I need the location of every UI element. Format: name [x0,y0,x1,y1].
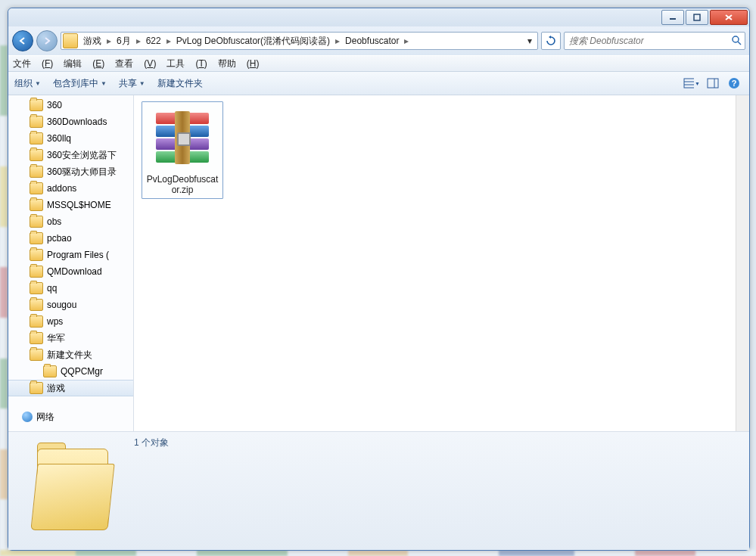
sidebar-item[interactable]: QQPCMgr [8,363,133,380]
sidebar-item[interactable]: sougou [8,297,133,313]
menu-view[interactable]: 查看(V) [115,57,156,70]
menu-tools[interactable]: 工具(T) [166,57,207,70]
network-label: 网络 [36,411,54,424]
sidebar-item-label: sougou [47,300,76,310]
file-list[interactable]: PvLogDeobfuscator.zip [134,95,749,431]
chevron-right-icon[interactable]: ▸ [105,36,113,46]
view-options-button[interactable]: ▼ [683,74,701,92]
chevron-right-icon[interactable]: ▸ [334,36,341,46]
chevron-down-icon: ▼ [695,81,700,86]
vertical-scrollbar[interactable] [736,95,749,431]
sidebar-item-label: 华军 [47,332,65,345]
menu-help[interactable]: 帮助(H) [218,57,260,70]
sidebar-item-label: MSSQL$HOME [47,200,111,210]
breadcrumb-item[interactable]: Deobfuscator [341,36,403,46]
sidebar-item[interactable]: pcbao [8,230,133,247]
forward-button[interactable] [36,30,58,51]
close-button[interactable] [710,10,748,25]
sidebar-item[interactable]: addons [8,180,133,197]
folder-icon [30,382,43,394]
explorer-window: 游戏▸ 6月▸ 622▸ PvLog DeObfuscator(混淆代码阅读器)… [8,8,750,551]
sidebar-item[interactable]: Program Files ( [8,247,133,263]
archive-icon [151,106,214,169]
sidebar-item-label: 360Downloads [47,116,107,127]
maximize-button[interactable] [686,10,708,25]
titlebar [8,8,749,26]
folder-icon [30,99,43,111]
search-box[interactable] [564,32,745,50]
sidebar-item[interactable]: QMDownload [8,263,133,280]
sidebar-item[interactable]: 360Downloads [8,113,133,130]
folder-tree: 360360Downloads360llq360安全浏览器下360驱动大师目录a… [8,97,133,398]
new-folder-button[interactable]: 新建文件夹 [157,77,203,90]
chevron-right-icon[interactable]: ▸ [165,36,173,46]
organize-button[interactable]: 组织▼ [14,77,41,90]
file-item[interactable]: PvLogDeobfuscator.zip [142,101,223,199]
sidebar-item[interactable]: 360驱动大师目录 [8,163,133,180]
sidebar-item[interactable]: obs [8,213,133,230]
share-button[interactable]: 共享▼ [119,77,145,90]
include-in-library-button[interactable]: 包含到库中▼ [53,77,107,90]
file-name: PvLogDeobfuscator.zip [145,174,220,195]
network-group[interactable]: 网络 [8,408,133,425]
search-icon[interactable] [731,35,742,48]
sidebar-item-label: wps [47,316,63,327]
refresh-button[interactable] [541,32,561,50]
explorer-body: 360360Downloads360llq360安全浏览器下360驱动大师目录a… [8,95,749,431]
breadcrumb-item[interactable]: 622 [142,36,165,46]
preview-pane-button[interactable] [704,74,722,92]
sidebar-item-label: pcbao [47,233,72,244]
svg-rect-1 [694,14,700,20]
folder-icon [30,249,43,261]
sidebar-item-label: addons [47,183,76,194]
chevron-right-icon[interactable]: ▸ [403,36,410,46]
sidebar-item-label: obs [47,216,61,227]
sidebar-item[interactable]: wps [8,313,133,330]
menu-bar: 文件(F) 编辑(E) 查看(V) 工具(T) 帮助(H) [8,55,749,72]
folder-icon [30,199,43,211]
svg-text:?: ? [732,79,737,88]
svg-line-5 [738,42,741,45]
chevron-right-icon[interactable]: ▸ [135,36,142,46]
breadcrumb-item[interactable]: PvLog DeObfuscator(混淆代码阅读器) [173,35,334,48]
search-input[interactable] [568,35,731,47]
back-button[interactable] [12,30,33,51]
svg-rect-9 [708,79,718,88]
sidebar-item-label: Program Files ( [47,250,109,260]
folder-icon [30,315,43,328]
sidebar-item[interactable]: 游戏 [8,380,133,396]
navigation-pane[interactable]: 360360Downloads360llq360安全浏览器下360驱动大师目录a… [8,95,134,431]
desktop-background-bottom [0,550,756,556]
folder-icon [30,166,43,178]
folder-icon [30,182,43,194]
sidebar-item-label: QMDownload [47,266,102,277]
sidebar-item-label: 360llq [47,133,71,144]
breadcrumb-item[interactable]: 6月 [113,35,135,48]
menu-edit[interactable]: 编辑(E) [64,57,104,70]
help-button[interactable]: ? [725,74,743,92]
address-dropdown[interactable]: ▾ [524,36,536,46]
sidebar-item[interactable]: 360llq [8,130,133,147]
folder-icon [30,216,43,228]
command-bar: 组织▼ 包含到库中▼ 共享▼ 新建文件夹 ▼ ? [8,72,749,95]
network-icon [22,412,33,422]
chevron-down-icon: ▼ [139,80,145,87]
sidebar-item[interactable]: qq [8,280,133,297]
sidebar-item[interactable]: 360安全浏览器下 [8,147,133,163]
folder-icon [30,332,43,344]
navigation-bar: 游戏▸ 6月▸ 622▸ PvLog DeObfuscator(混淆代码阅读器)… [8,26,749,55]
sidebar-item[interactable]: 360 [8,97,133,113]
sidebar-item[interactable]: 华军 [8,330,133,346]
sidebar-item-label: 360驱动大师目录 [47,166,117,179]
minimize-button[interactable] [661,10,684,25]
menu-file[interactable]: 文件(F) [13,57,53,70]
sidebar-item[interactable]: 新建文件夹 [8,346,133,363]
details-pane: 1 个对象 [8,431,749,550]
chevron-down-icon: ▼ [101,80,107,87]
address-bar[interactable]: 游戏▸ 6月▸ 622▸ PvLog DeObfuscator(混淆代码阅读器)… [61,32,538,50]
details-pane-icon [8,432,122,545]
folder-icon [30,116,43,128]
breadcrumb-item[interactable]: 游戏 [79,35,105,48]
sidebar-item[interactable]: MSSQL$HOME [8,197,133,213]
folder-icon [30,232,43,244]
